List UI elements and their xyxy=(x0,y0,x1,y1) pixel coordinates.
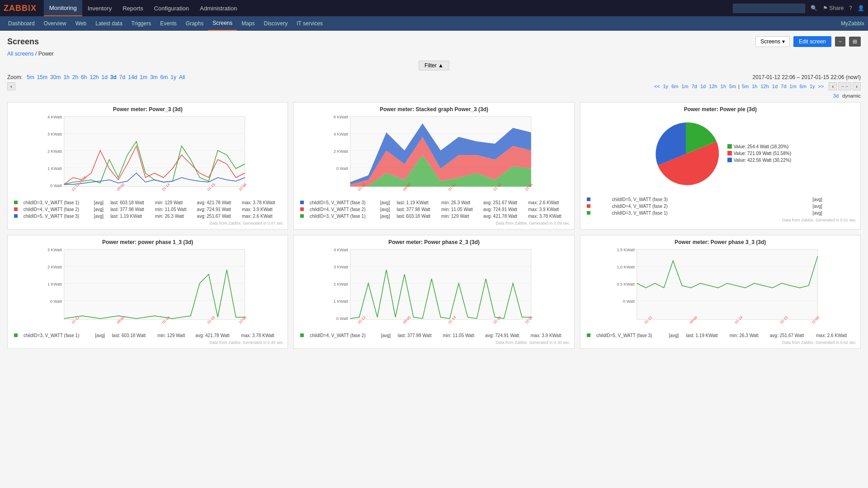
pie-legend-red: Value: 721.09 Watt (51.58%) xyxy=(727,151,791,156)
search-icon[interactable]: 🔍 xyxy=(811,5,817,11)
chart-stacked: Power meter: Stacked graph Power_3 (3d) … xyxy=(293,102,574,230)
nav-reports[interactable]: Reports xyxy=(117,0,149,16)
chart-phase2-svg: 4 KWatt 3 KWatt 2 KWatt 1 KWatt 0 Watt 0… xyxy=(297,247,570,328)
zoom-label: Zoom: xyxy=(7,74,23,80)
subnav-screens[interactable]: Screens xyxy=(208,16,237,31)
subnav-web[interactable]: Web xyxy=(71,16,91,31)
chart-phase1-title: Power meter: power phase 1_3 (3d) xyxy=(11,239,284,245)
nav-inventory[interactable]: Inventory xyxy=(82,0,117,16)
zoom-7d[interactable]: 7d xyxy=(119,74,125,80)
time-7d-left[interactable]: 7d xyxy=(692,84,697,89)
chart-phase2: Power meter: Power phase 2_3 (3d) 4 KWat… xyxy=(293,235,574,349)
subnav-latestdata[interactable]: Latest data xyxy=(91,16,127,31)
nav-monitoring[interactable]: Monitoring xyxy=(44,0,82,16)
chart-phase3-svg: 1.5 KWatt 1.0 KWatt 0.5 KWatt 0 Watt 01-… xyxy=(584,247,857,328)
time-6m-left[interactable]: 6m xyxy=(671,84,678,89)
zoom-15m[interactable]: 15m xyxy=(37,74,47,80)
chart-phase1-svg: 3 KWatt 2 KWatt 1 KWatt 0 Watt 01-12 09:… xyxy=(11,247,284,328)
time-1h-right[interactable]: 1h xyxy=(752,84,757,89)
zoom-3d[interactable]: 3d xyxy=(110,74,117,80)
zoom-12h[interactable]: 12h xyxy=(90,74,99,80)
help-icon[interactable]: ? xyxy=(849,5,852,11)
nav-administration[interactable]: Administration xyxy=(194,0,242,16)
zoom-14d[interactable]: 14d xyxy=(128,74,137,80)
time-1d-left[interactable]: 1d xyxy=(700,84,706,89)
edit-screen-button[interactable]: Edit screen xyxy=(793,36,831,47)
svg-text:0 Watt: 0 Watt xyxy=(336,316,348,321)
time-1m-right[interactable]: 1m xyxy=(789,84,796,89)
svg-text:4 KWatt: 4 KWatt xyxy=(334,132,348,136)
subnav-graphs[interactable]: Graphs xyxy=(181,16,208,31)
svg-rect-57 xyxy=(637,249,817,319)
svg-text:1 KWatt: 1 KWatt xyxy=(334,299,348,304)
pie-color-green xyxy=(727,144,732,149)
nav-configuration[interactable]: Configuration xyxy=(149,0,194,16)
time-12h-left[interactable]: 12h xyxy=(709,84,717,89)
share-button[interactable]: ⚑ Share xyxy=(823,5,844,11)
myzabbix-link[interactable]: MyZabbix xyxy=(841,20,864,27)
charts-bottom-row: Power meter: power phase 1_3 (3d) 3 KWat… xyxy=(7,235,861,349)
time-12h-right[interactable]: 12h xyxy=(760,84,769,89)
user-icon[interactable]: 👤 xyxy=(858,5,864,11)
time-1y-right[interactable]: 1y xyxy=(810,84,815,89)
subnav-triggers[interactable]: Triggers xyxy=(127,16,156,31)
chart-phase3-title: Power meter: Power phase 3_3 (3d) xyxy=(584,239,857,245)
zoom-5m[interactable]: 5m xyxy=(27,74,34,80)
zoom-2h[interactable]: 2h xyxy=(72,74,78,80)
zoom-6h[interactable]: 6h xyxy=(81,74,87,80)
zoom-1m[interactable]: 1m xyxy=(140,74,147,80)
chart-pie-title: Power meter: Power pie (3d) xyxy=(584,106,857,113)
subnav-overview[interactable]: Overview xyxy=(39,16,71,31)
filter-bar: Filter ▲ xyxy=(7,61,861,70)
main-content: Screens Screens ▾ Edit screen − ⊞ All sc… xyxy=(0,31,868,488)
time-1h-left[interactable]: 1h xyxy=(721,84,726,89)
zoom-3m[interactable]: 3m xyxy=(150,74,158,80)
chart-pie: Power meter: Power pie (3d) Value: 254.4… xyxy=(580,102,861,230)
zoom-30m[interactable]: 30m xyxy=(50,74,61,80)
mode-dynamic[interactable]: dynamic xyxy=(842,93,861,99)
all-screens-link[interactable]: All screens xyxy=(7,51,34,57)
time-1d-right[interactable]: 1d xyxy=(772,84,778,89)
zoom-1d[interactable]: 1d xyxy=(101,74,107,80)
time-next-next[interactable]: >> xyxy=(818,84,824,89)
subnav-itservices[interactable]: IT services xyxy=(292,16,327,31)
svg-text:3 KWatt: 3 KWatt xyxy=(47,248,62,252)
time-7d-right[interactable]: 7d xyxy=(781,84,786,89)
prev-arrow[interactable]: ‹ xyxy=(7,82,15,90)
nav-right2[interactable]: › xyxy=(853,82,861,90)
time-prev-prev[interactable]: << xyxy=(654,84,660,89)
time-1y-left[interactable]: 1y xyxy=(663,84,669,89)
filter-button[interactable]: Filter ▲ xyxy=(419,61,449,70)
expand-button[interactable]: ⊞ xyxy=(849,37,861,47)
collapse-button[interactable]: − xyxy=(835,37,845,47)
chart-stacked-source: Data from Zabbix. Generated in 0.09 sec. xyxy=(297,221,570,225)
subnav-events[interactable]: Events xyxy=(156,16,181,31)
current-screen: Power xyxy=(38,51,54,57)
nav-dots[interactable]: ·· ·· xyxy=(838,82,851,90)
subnav-maps[interactable]: Maps xyxy=(237,16,259,31)
chart-stacked-svg: 6 KWatt 4 KWatt 2 KWatt 0 Watt 01-12 09:… xyxy=(297,114,570,196)
search-input[interactable] xyxy=(733,4,805,13)
zoom-1y[interactable]: 1y xyxy=(170,74,176,80)
svg-text:0 Watt: 0 Watt xyxy=(50,183,62,188)
mode-3d[interactable]: 3d xyxy=(833,93,839,99)
time-1m-left[interactable]: 1m xyxy=(681,84,688,89)
zoom-1h[interactable]: 1h xyxy=(63,74,69,80)
time-6m-right[interactable]: 6m xyxy=(800,84,807,89)
chart-stacked-stats: childID=5, V_WATT (fase 3)[avg] last: 1.… xyxy=(297,199,570,220)
svg-text:3 KWatt: 3 KWatt xyxy=(334,265,348,269)
page-title: Screens xyxy=(7,37,755,47)
time-navigation: ‹ << 1y 6m 1m 7d 1d 12h 1h 5m | 5m 1h 12… xyxy=(7,82,861,90)
chart-pie-source: Data from Zabbix. Generated in 0.01 sec. xyxy=(584,218,857,222)
zoom-all[interactable]: All xyxy=(179,74,185,80)
pie-legend-blue: Value: 422.56 Watt (30.22%) xyxy=(727,158,791,163)
subnav-discovery[interactable]: Discovery xyxy=(259,16,292,31)
chart-phase2-source: Data from Zabbix. Generated in 0.30 sec. xyxy=(297,340,570,345)
time-5m-right[interactable]: 5m xyxy=(742,84,749,89)
nav-left2[interactable]: ‹ xyxy=(829,82,837,90)
zoom-6m[interactable]: 6m xyxy=(160,74,168,80)
subnav-dashboard[interactable]: Dashboard xyxy=(4,16,39,31)
pie-legend: Value: 254.4 Watt (18.20%) Value: 721.09… xyxy=(727,144,791,164)
screens-dropdown[interactable]: Screens ▾ xyxy=(755,36,790,47)
time-5m-left[interactable]: 5m xyxy=(729,84,736,89)
